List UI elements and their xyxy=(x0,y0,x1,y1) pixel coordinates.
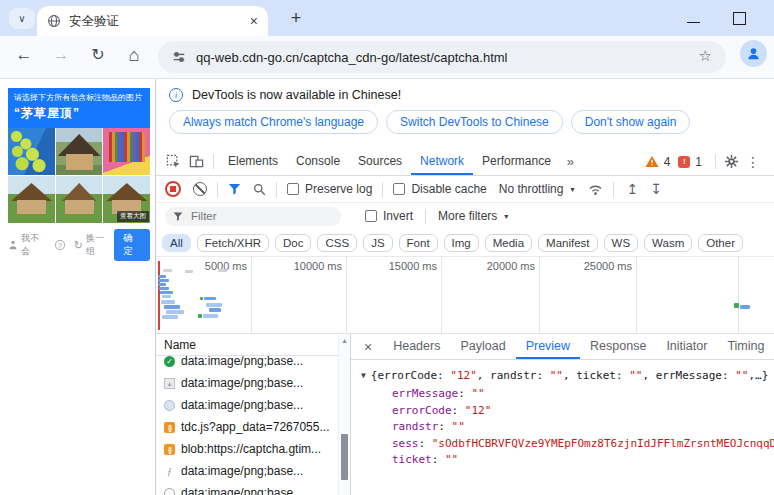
captcha-tile-thatched-house-1[interactable] xyxy=(8,176,55,223)
export-har-icon[interactable]: ↧ xyxy=(650,181,662,197)
banner-button-1[interactable]: Switch DevTools to Chinese xyxy=(386,110,563,134)
disable-cache-checkbox[interactable] xyxy=(393,183,405,195)
devtools-tab-console[interactable]: Console xyxy=(287,148,349,175)
forward-button[interactable]: → xyxy=(49,45,73,65)
more-tabs-icon[interactable]: » xyxy=(560,154,581,169)
details-tab-response[interactable]: Response xyxy=(580,334,656,359)
details-tab-headers[interactable]: Headers xyxy=(383,334,450,359)
throttling-select[interactable]: No throttling xyxy=(499,182,564,196)
disclosure-triangle-icon[interactable]: ▼ xyxy=(361,371,366,380)
captcha-widget: 请选择下方所有包含标注物品的图片（全选） “茅草屋顶” 查看大图 我不会 ? ↻… xyxy=(8,88,150,261)
devtools-tab-elements[interactable]: Elements xyxy=(219,148,287,175)
script-file-icon: {} xyxy=(164,444,175,455)
json-property-row[interactable]: randstr: "" xyxy=(392,419,772,436)
confirm-button[interactable]: 确定 xyxy=(114,229,150,261)
chip-ws[interactable]: WS xyxy=(604,234,639,252)
details-tab-timing[interactable]: Timing xyxy=(717,334,774,359)
details-tab-payload[interactable]: Payload xyxy=(450,334,515,359)
change-set-button[interactable]: 换一组 xyxy=(86,232,111,258)
chip-js[interactable]: JS xyxy=(363,234,392,252)
request-name: data:image/png;base... xyxy=(181,398,303,412)
back-button[interactable]: ← xyxy=(12,45,36,65)
browser-tab[interactable]: 安全验证 × xyxy=(37,6,268,36)
filter-funnel-icon[interactable] xyxy=(228,183,241,195)
request-list-scrollbar[interactable]: ▲ xyxy=(338,334,350,495)
close-details-icon[interactable]: × xyxy=(353,339,383,355)
filter-input[interactable] xyxy=(189,209,313,223)
refresh-icon[interactable]: ↻ xyxy=(74,239,83,252)
details-tab-preview[interactable]: Preview xyxy=(516,334,580,359)
banner-button-2[interactable]: Don't show again xyxy=(571,110,691,134)
tab-search-button[interactable]: ∨ xyxy=(9,8,35,29)
timeline-bar xyxy=(218,269,227,272)
scroll-up-icon[interactable]: ▲ xyxy=(339,337,350,344)
search-icon[interactable] xyxy=(253,183,266,196)
network-conditions-icon[interactable] xyxy=(588,183,603,196)
settings-gear-icon[interactable] xyxy=(724,154,739,169)
chip-css[interactable]: CSS xyxy=(317,234,357,252)
json-prop-key: randstr xyxy=(392,420,438,433)
invert-checkbox[interactable] xyxy=(365,210,377,222)
chip-other[interactable]: Other xyxy=(698,234,743,252)
browser-toolbar: ← → ↻ ⌂ qq-web.cdn-go.cn/captcha_cdn-go/… xyxy=(0,36,774,79)
request-row[interactable]: data:image/png;base... xyxy=(156,482,338,495)
issues-icon[interactable]: ! xyxy=(678,156,690,168)
address-bar[interactable]: qq-web.cdn-go.cn/captcha_cdn-go/latest/c… xyxy=(158,41,726,73)
help-icon[interactable]: ? xyxy=(55,240,64,250)
captcha-tile-tennis-balls[interactable] xyxy=(8,128,55,175)
chip-all[interactable]: All xyxy=(162,234,191,252)
new-tab-button[interactable]: + xyxy=(284,6,308,30)
window-minimize-button[interactable] xyxy=(687,22,700,23)
window-maximize-button[interactable] xyxy=(733,12,746,25)
request-row[interactable]: {}tdc.js?app_data=7267055... xyxy=(156,416,338,438)
bookmark-star-icon[interactable]: ☆ xyxy=(699,47,712,65)
json-property-row[interactable]: errMessage: "" xyxy=(392,386,772,403)
name-column-header[interactable]: Name xyxy=(156,334,350,356)
devtools-tab-sources[interactable]: Sources xyxy=(349,148,411,175)
filter-input-wrapper[interactable] xyxy=(165,207,341,226)
device-toolbar-icon[interactable] xyxy=(189,154,204,169)
import-har-icon[interactable]: ↥ xyxy=(626,181,638,197)
record-button[interactable] xyxy=(165,181,181,197)
inspect-element-icon[interactable] xyxy=(166,154,181,169)
request-row[interactable]: data:image/png;base... xyxy=(156,394,338,416)
captcha-tile-thatched-house-2[interactable] xyxy=(56,176,103,223)
request-row[interactable]: ƒdata:image/png;base... xyxy=(156,460,338,482)
captcha-tile-thatched-house-3[interactable]: 查看大图 xyxy=(103,176,150,223)
profile-avatar[interactable] xyxy=(740,40,767,67)
more-filters-button[interactable]: More filters xyxy=(438,209,497,223)
request-row[interactable]: ✓data:image/png;base... xyxy=(156,356,338,372)
captcha-tile-pencils[interactable] xyxy=(103,128,150,175)
details-tab-initiator[interactable]: Initiator xyxy=(656,334,717,359)
chip-wasm[interactable]: Wasm xyxy=(644,234,692,252)
chip-doc[interactable]: Doc xyxy=(275,234,311,252)
captcha-tile-hut[interactable] xyxy=(56,128,103,175)
preserve-log-checkbox[interactable] xyxy=(287,183,299,195)
chip-media[interactable]: Media xyxy=(485,234,532,252)
clear-icon[interactable] xyxy=(193,182,207,196)
chip-manifest[interactable]: Manifest xyxy=(538,234,597,252)
reload-button[interactable]: ↻ xyxy=(86,45,110,64)
request-row[interactable]: ▴data:image/png;base... xyxy=(156,372,338,394)
dont-know-button[interactable]: 我不会 xyxy=(21,232,46,258)
request-row[interactable]: {}blob:https://captcha.gtim... xyxy=(156,438,338,460)
home-button[interactable]: ⌂ xyxy=(122,45,146,66)
warning-icon[interactable] xyxy=(645,155,659,168)
tab-close-icon[interactable]: × xyxy=(250,13,258,29)
network-overview-timeline[interactable]: 5000 ms10000 ms15000 ms20000 ms25000 ms xyxy=(156,257,774,334)
kebab-menu-icon[interactable]: ⋮ xyxy=(742,154,764,170)
chip-fetchxhr[interactable]: Fetch/XHR xyxy=(197,234,269,252)
chip-font[interactable]: Font xyxy=(399,234,438,252)
json-property-row[interactable]: ticket: "" xyxy=(392,452,772,469)
url-text[interactable]: qq-web.cdn-go.cn/captcha_cdn-go/latest/c… xyxy=(196,50,507,65)
banner-button-0[interactable]: Always match Chrome's language xyxy=(169,110,378,134)
json-property-row[interactable]: sess: "sOdbfHCBRVFQVze9YMEpFOmz8T6zjnIdJ… xyxy=(392,436,772,453)
tune-icon[interactable] xyxy=(172,50,186,64)
scrollbar-thumb[interactable] xyxy=(341,434,348,480)
view-large-badge[interactable]: 查看大图 xyxy=(117,211,149,222)
json-property-row[interactable]: errorCode: "12" xyxy=(392,403,772,420)
json-summary-line[interactable]: ▼{errorCode: "12", randstr: "", ticket: … xyxy=(361,369,772,382)
chip-img[interactable]: Img xyxy=(444,234,479,252)
devtools-tab-performance[interactable]: Performance xyxy=(473,148,560,175)
devtools-tab-network[interactable]: Network xyxy=(411,148,473,175)
